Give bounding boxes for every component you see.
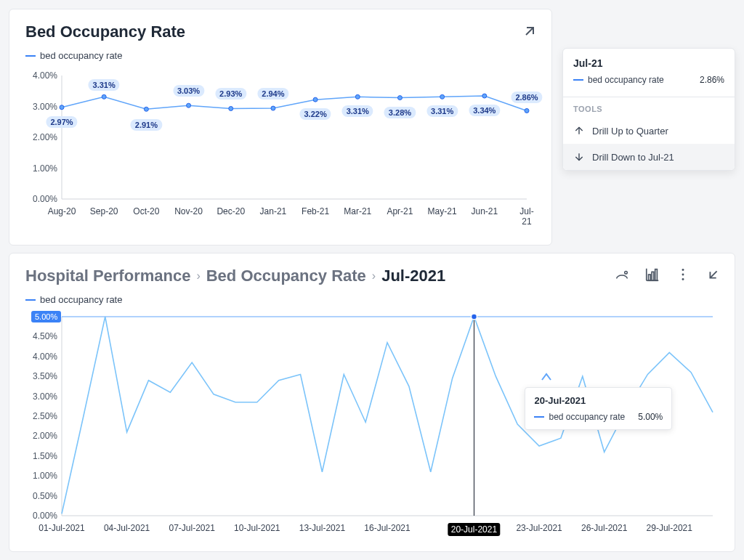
data-label: 3.03% (173, 85, 204, 97)
tools-heading: TOOLS (563, 97, 735, 118)
legend-swatch (534, 416, 544, 418)
data-label: 2.91% (131, 119, 162, 131)
top-chart-area: 0.00%1.00%2.00%3.00%4.00%Aug-20Sep-20Oct… (25, 68, 535, 221)
bottom-chart-panel: Hospital Performance › Bed Occupancy Rat… (9, 253, 735, 552)
popup-series-value: 2.86% (700, 75, 724, 85)
bottom-chart-area: 0.00%0.50%1.00%1.50%2.00%2.50%3.00%3.50%… (25, 312, 719, 537)
tooltip-title: 20-Jul-2021 (534, 395, 663, 406)
svg-point-4 (144, 107, 148, 111)
top-chart-panel: Bed Occupancy Rate bed occupancy rate 0.… (9, 9, 552, 245)
data-label: 3.22% (299, 108, 331, 120)
svg-rect-15 (649, 275, 651, 280)
svg-point-18 (682, 269, 684, 271)
svg-point-9 (355, 94, 360, 99)
drill-up-button[interactable]: Drill Up to Quarter (563, 118, 735, 144)
point-tooltip: 20-Jul-2021bed occupancy rate5.00% (525, 387, 672, 430)
alert-icon[interactable] (614, 267, 630, 283)
collapse-icon[interactable] (705, 267, 721, 283)
svg-point-13 (525, 108, 529, 113)
svg-point-14 (625, 271, 628, 274)
drill-popup: Jul-21 bed occupancy rate 2.86% TOOLS Dr… (562, 48, 735, 171)
data-label: 3.31% (426, 105, 458, 117)
svg-point-20 (682, 278, 684, 280)
tooltip-value: 5.00% (638, 412, 663, 422)
svg-point-2 (60, 105, 64, 110)
tooltip-caret-icon (541, 373, 552, 381)
popup-title: Jul-21 (573, 57, 724, 69)
svg-point-3 (102, 94, 106, 99)
svg-point-6 (229, 106, 233, 110)
drill-down-button[interactable]: Drill Down to Jul-21 (563, 144, 735, 170)
crumb-period: Jul-2021 (381, 267, 445, 285)
svg-point-12 (482, 94, 487, 98)
svg-point-11 (440, 94, 445, 99)
data-label: 3.31% (89, 79, 120, 91)
expand-icon[interactable] (521, 23, 538, 40)
data-label: 2.86% (511, 92, 542, 103)
legend-swatch (573, 79, 583, 81)
data-label: 3.31% (342, 105, 373, 117)
legend: bed occupancy rate (25, 294, 719, 305)
legend-swatch (25, 299, 36, 301)
data-label: 2.94% (257, 88, 288, 100)
popup-series-row: bed occupancy rate 2.86% (573, 75, 724, 85)
drill-down-label: Drill Down to Jul-21 (592, 152, 674, 163)
tooltip-row: bed occupancy rate5.00% (534, 412, 663, 422)
drill-up-label: Drill Up to Quarter (592, 126, 668, 137)
svg-point-25 (471, 314, 477, 320)
legend-label: bed occupancy rate (40, 294, 122, 305)
arrow-down-icon (573, 151, 585, 163)
tooltip-series: bed occupancy rate (549, 412, 625, 422)
popup-series-name: bed occupancy rate (588, 75, 664, 85)
bar-chart-icon[interactable] (644, 267, 660, 283)
chart-title: Bed Occupancy Rate (25, 23, 535, 41)
legend-swatch (25, 55, 36, 57)
crumb-metric[interactable]: Bed Occupancy Rate (206, 267, 366, 285)
svg-rect-16 (652, 272, 654, 280)
chevron-right-icon: › (372, 269, 376, 283)
data-label: 2.93% (215, 88, 246, 100)
more-icon[interactable] (675, 267, 691, 283)
svg-point-8 (313, 97, 318, 102)
svg-point-7 (271, 106, 275, 110)
arrow-up-icon (573, 125, 585, 137)
data-label: 3.28% (384, 107, 416, 118)
legend: bed occupancy rate (25, 50, 535, 61)
legend-label: bed occupancy rate (40, 50, 122, 61)
svg-point-19 (682, 274, 684, 276)
data-label: 2.97% (46, 116, 77, 128)
chevron-right-icon: › (196, 269, 200, 283)
data-label: 3.34% (469, 105, 500, 116)
crumb-root[interactable]: Hospital Performance (25, 267, 190, 285)
svg-rect-17 (655, 269, 658, 281)
svg-point-10 (397, 96, 402, 100)
chart-toolbar (614, 267, 721, 283)
svg-point-5 (187, 103, 191, 107)
